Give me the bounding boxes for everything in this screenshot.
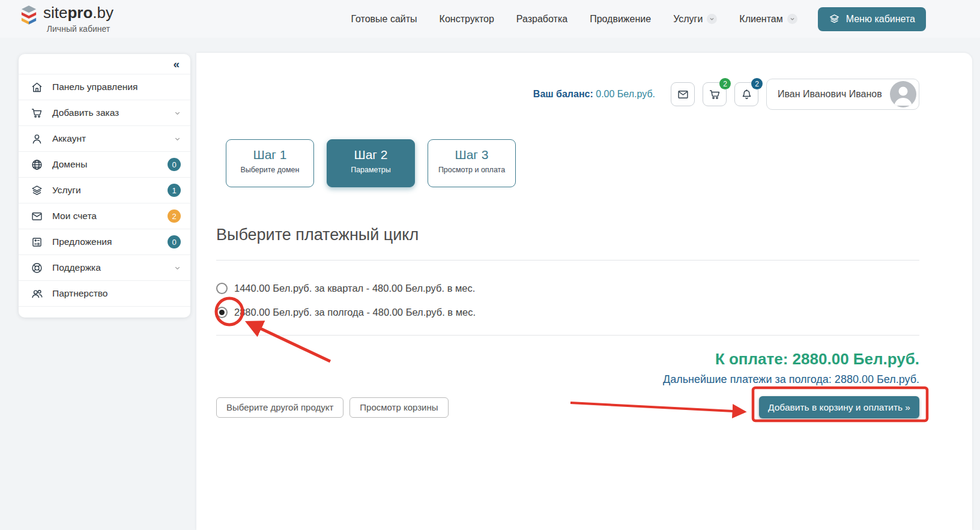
logo-icon: [20, 5, 38, 25]
balance-label: Ваш баланс:: [533, 89, 593, 99]
users-icon: [31, 288, 43, 300]
totals: К оплате: 2880.00 Бел.руб. Дальнейшие пл…: [216, 350, 919, 386]
sidebar-item-invoices[interactable]: Мои счета 2: [19, 203, 190, 229]
domains-count-badge: 0: [168, 158, 181, 171]
sidebar-item-account[interactable]: Аккаунт: [19, 126, 190, 152]
actions-row: Выберите другой продукт Просмотр корзины…: [216, 396, 919, 418]
sidebar: « Панель управления Добавить заказ Аккау…: [19, 54, 190, 318]
topbar: Ваш баланс: 0.00 Бел.руб. 2 2 Иван Ивано…: [216, 79, 919, 110]
home-icon: [31, 81, 43, 94]
nav-item-promotion[interactable]: Продвижение: [590, 14, 651, 25]
sidebar-item-domains[interactable]: Домены 0: [19, 152, 190, 178]
sidebar-item-offers[interactable]: Предложения 0: [19, 229, 190, 255]
cart-icon: [31, 107, 43, 119]
calculator-icon: [31, 236, 43, 248]
invoices-count-badge: 2: [168, 209, 181, 223]
cart-icon: [709, 88, 721, 101]
sidebar-item-dashboard[interactable]: Панель управления: [19, 74, 190, 100]
sidebar-item-add-order[interactable]: Добавить заказ: [19, 100, 190, 126]
nav-item-development[interactable]: Разработка: [516, 14, 567, 25]
payment-cycle-options: 1440.00 Бел.руб. за квартал - 480.00 Бел…: [216, 276, 919, 324]
chevron-down-icon: [174, 136, 181, 142]
payment-option-halfyear[interactable]: 2880.00 Бел.руб. за полгода - 480.00 Бел…: [216, 300, 919, 324]
recurring-payment: Дальнейшие платежи за полгода: 2880.00 Б…: [216, 373, 919, 386]
step-2-tab[interactable]: Шаг 2 Параметры: [327, 139, 415, 187]
notifications-button[interactable]: 2: [734, 82, 758, 106]
user-menu[interactable]: Иван Иванович Иванов: [766, 79, 919, 110]
payment-option-radio[interactable]: [216, 283, 228, 294]
nav-item-ready-sites[interactable]: Готовые сайты: [351, 14, 417, 25]
sidebar-item-support[interactable]: Поддержка: [19, 255, 190, 281]
chevron-down-icon: [174, 110, 181, 116]
cart-count-badge: 2: [719, 78, 731, 89]
logo[interactable]: sitepro.by Личный кабинет: [20, 5, 113, 34]
cart-button[interactable]: 2: [703, 82, 727, 106]
user-name: Иван Иванович Иванов: [778, 89, 882, 100]
main-content: Ваш баланс: 0.00 Бел.руб. 2 2 Иван Ивано…: [196, 53, 972, 530]
sidebar-item-partnership[interactable]: Партнерство: [19, 281, 190, 307]
sidebar-collapse-button[interactable]: «: [173, 58, 180, 71]
avatar: [890, 81, 916, 107]
offers-count-badge: 0: [168, 235, 181, 248]
services-count-badge: 1: [168, 184, 181, 197]
nav-item-clients[interactable]: Клиентам: [739, 14, 797, 25]
brand-subtitle: Личный кабинет: [43, 24, 113, 34]
divider: [216, 260, 919, 260]
step-1-tab[interactable]: Шаг 1 Выберите домен: [226, 139, 314, 187]
cabinet-menu-button[interactable]: Меню кабинета: [818, 7, 926, 31]
lifering-icon: [31, 262, 43, 274]
chevron-down-icon: [707, 14, 717, 24]
header: sitepro.by Личный кабинет Готовые сайты …: [0, 0, 980, 38]
brand-text: sitepro.by: [43, 4, 113, 22]
notification-count-badge: 2: [751, 78, 763, 89]
choose-other-product-button[interactable]: Выберите другой продукт: [216, 397, 343, 418]
payment-option-quarter[interactable]: 1440.00 Бел.руб. за квартал - 480.00 Бел…: [216, 276, 919, 300]
add-to-cart-button[interactable]: Добавить в корзину и оплатить »: [759, 396, 919, 418]
page-title: Выберите платежный цикл: [216, 226, 919, 244]
nav-item-services[interactable]: Услуги: [673, 14, 717, 25]
inbox-icon: [31, 210, 43, 223]
total-due: К оплате: 2880.00 Бел.руб.: [216, 350, 919, 369]
view-cart-button[interactable]: Просмотр корзины: [349, 397, 448, 418]
nav-item-constructor[interactable]: Конструктор: [440, 14, 494, 25]
sidebar-item-services[interactable]: Услуги 1: [19, 178, 190, 203]
balance: Ваш баланс: 0.00 Бел.руб.: [533, 89, 655, 100]
user-icon: [31, 133, 43, 145]
messages-button[interactable]: [671, 82, 695, 106]
layers-icon: [31, 184, 43, 197]
globe-icon: [31, 158, 43, 171]
chevron-down-icon: [787, 14, 797, 24]
top-nav: Готовые сайты Конструктор Разработка Про…: [351, 14, 797, 25]
mail-icon: [677, 88, 689, 101]
bell-icon: [740, 88, 753, 101]
balance-value: 0.00 Бел.руб.: [596, 89, 655, 99]
divider: [216, 335, 919, 336]
chevron-down-icon: [174, 265, 181, 271]
step-3-tab[interactable]: Шаг 3 Просмотр и оплата: [428, 139, 516, 187]
steps: Шаг 1 Выберите домен Шаг 2 Параметры Шаг…: [226, 139, 919, 187]
payment-option-radio[interactable]: [216, 307, 228, 318]
layers-icon: [829, 13, 840, 25]
